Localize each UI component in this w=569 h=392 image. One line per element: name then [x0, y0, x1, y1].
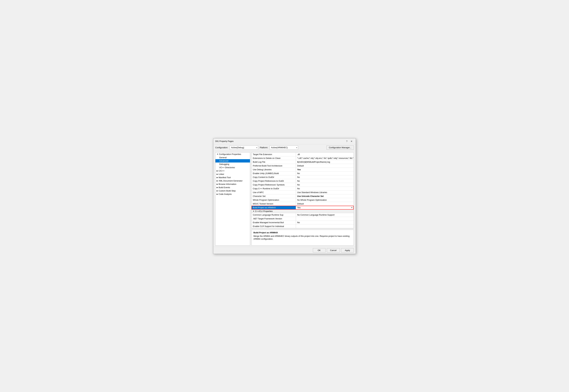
sidebar-item-cpp[interactable]: ▶ C/C++: [215, 169, 250, 172]
prop-name: .NET Target Framework Version: [251, 217, 296, 221]
prop-value: No: [296, 221, 354, 224]
ok-button[interactable]: OK: [313, 248, 326, 252]
prop-value: *.cdf;*.cache;*.obj;*.obj.enc;*.ilk;*.ip…: [296, 156, 354, 160]
table-row: Enable Managed Incremental Buil No: [251, 221, 354, 224]
title-bar-buttons: ? ✕: [345, 140, 354, 143]
table-row: Copy Project References to OutDi No: [251, 179, 354, 183]
button-bar: OK Cancel Apply: [213, 247, 356, 254]
sidebar-item-label: VC++ Directories: [219, 166, 235, 169]
table-row: Copy Content to OutDir No: [251, 175, 354, 179]
highlighted-prop-name: Build Project as ARM64X: [251, 206, 296, 209]
expand-icon: ▶: [217, 187, 218, 188]
prop-value: Default: [296, 202, 354, 206]
prop-value: [296, 224, 354, 228]
sidebar-item-label: General: [219, 156, 226, 159]
sidebar-item-label: Manifest Tool: [219, 176, 231, 179]
platform-label: Platform:: [260, 146, 268, 149]
main-area: ▼ Configuration Properties General Advan…: [213, 151, 356, 247]
sidebar-item-label: Code Analysis: [219, 193, 232, 195]
prop-value: [296, 217, 354, 221]
sidebar-item-label: Custom Build Step: [219, 190, 236, 192]
prop-value: No: [296, 175, 354, 179]
expand-icon: ▶: [217, 193, 218, 195]
sidebar-item-build-events[interactable]: ▶ Build Events: [215, 186, 250, 189]
close-button[interactable]: ✕: [349, 140, 354, 143]
table-row: Common Language Runtime Sup No Common La…: [251, 213, 354, 217]
table-row: Preferred Build Tool Architecture Defaul…: [251, 164, 354, 168]
sidebar-item-browse[interactable]: ▶ Browse Information: [215, 182, 250, 186]
table-row: Build Log File $(IntDir)$(MSBuildProject…: [251, 160, 354, 164]
sidebar-item-general[interactable]: General: [215, 156, 250, 159]
prop-value: No: [296, 171, 354, 175]
table-row: Enable CLR Support for Individual: [251, 224, 354, 228]
property-grid: Target File Extension .dll Extensions to…: [251, 152, 354, 228]
sidebar-item-code-analysis[interactable]: ▶ Code Analysis: [215, 192, 250, 196]
dialog-title: Dll1 Property Pages: [215, 140, 234, 142]
prop-name: Target File Extension: [251, 153, 296, 156]
collapse-icon: ▼: [253, 210, 254, 212]
dropdown-arrow-icon[interactable]: ▾: [351, 207, 352, 209]
table-row: Use Debug Libraries Yes: [251, 168, 354, 171]
prop-name: Whole Program Optimization: [251, 198, 296, 202]
table-row: Target File Extension .dll: [251, 153, 354, 156]
expand-icon: ▶: [217, 190, 218, 192]
apply-button[interactable]: Apply: [341, 248, 354, 252]
highlighted-row-build-arm64x[interactable]: Build Project as ARM64X Yes ▾: [251, 206, 354, 210]
configuration-select-wrapper[interactable]: Active(Debug): [230, 146, 258, 150]
table-row: Whole Program Optimization No Whole Prog…: [251, 198, 354, 202]
sidebar-item-config-props[interactable]: ▼ Configuration Properties: [215, 153, 250, 156]
prop-value: Default: [296, 164, 354, 168]
prop-name: Enable Managed Incremental Buil: [251, 221, 296, 224]
sidebar-item-label: XML Document Generator: [219, 180, 243, 182]
prop-value: No Whole Program Optimization: [296, 198, 354, 202]
table-row: Copy Project References' Symbols No: [251, 183, 354, 187]
expand-icon: ▶: [217, 183, 218, 185]
configuration-label: Configuration:: [215, 146, 228, 149]
help-button[interactable]: ?: [345, 140, 349, 143]
expand-icon: ▼: [217, 153, 218, 155]
sidebar-item-manifest[interactable]: ▶ Manifest Tool: [215, 176, 250, 179]
description-text: Merge the ARM64 and ARM64EC binary outpu…: [253, 235, 352, 240]
sidebar-item-label: Browse Information: [219, 183, 236, 185]
table-row: Character Set Use Unicode Character Set: [251, 194, 354, 198]
arm64x-value: Yes: [297, 206, 301, 209]
prop-name: Common Language Runtime Sup: [251, 213, 296, 217]
sidebar-item-debugging[interactable]: Debugging: [215, 163, 250, 166]
sidebar-item-linker[interactable]: ▶ Linker: [215, 172, 250, 176]
sidebar-item-label: Advanced: [219, 160, 228, 162]
prop-value: Use Unicode Character Set: [296, 194, 354, 198]
configuration-select[interactable]: Active(Debug): [230, 146, 258, 150]
property-grid-scroll[interactable]: Target File Extension .dll Extensions to…: [251, 153, 354, 228]
sidebar-item-xml-gen[interactable]: ▶ XML Document Generator: [215, 179, 250, 182]
expand-icon: ▶: [217, 177, 218, 178]
sidebar-item-label: Configuration Properties: [219, 153, 241, 155]
prop-value: Yes: [296, 168, 354, 171]
config-manager-button[interactable]: Configuration Manager...: [326, 146, 354, 150]
sidebar-item-label: Debugging: [219, 163, 229, 165]
content-panel: Target File Extension .dll Extensions to…: [251, 152, 354, 246]
platform-select[interactable]: Active(ARM64EC): [270, 146, 298, 150]
prop-name: Copy Project References to OutDi: [251, 179, 296, 183]
table-row: Extensions to Delete on Clean *.cdf;*.ca…: [251, 156, 354, 160]
platform-select-wrapper[interactable]: Active(ARM64EC): [270, 146, 298, 150]
prop-name: MSVC Toolset Version: [251, 202, 296, 206]
prop-value: $(IntDir)$(MSBuildProjectName).log: [296, 160, 354, 164]
section-header-cpp-cli[interactable]: ▼ C++/CLI Properties: [251, 210, 354, 213]
prop-name: Preferred Build Tool Architecture: [251, 164, 296, 168]
description-panel: Build Project as ARM64X Merge the ARM64 …: [251, 230, 354, 246]
sidebar-item-vc-dirs[interactable]: VC++ Directories: [215, 166, 250, 169]
prop-value: No Common Language Runtime Support: [296, 213, 354, 217]
prop-name: Copy Project References' Symbols: [251, 183, 296, 187]
sidebar-item-label: Build Events: [219, 186, 230, 189]
prop-name: Copy C++ Runtime to OutDir: [251, 187, 296, 190]
section-header-label: C++/CLI Properties: [255, 210, 273, 212]
table-row: MSVC Toolset Version Default: [251, 202, 354, 206]
prop-name: Copy Content to OutDir: [251, 175, 296, 179]
sidebar-item-advanced[interactable]: Advanced: [215, 159, 250, 163]
sidebar-item-custom-build[interactable]: ▶ Custom Build Step: [215, 189, 250, 192]
cancel-button[interactable]: Cancel: [327, 248, 340, 252]
title-bar: Dll1 Property Pages ? ✕: [213, 139, 356, 144]
prop-name: Character Set: [251, 194, 296, 198]
prop-value: No: [296, 183, 354, 187]
highlighted-prop-value: Yes ▾: [296, 206, 354, 209]
